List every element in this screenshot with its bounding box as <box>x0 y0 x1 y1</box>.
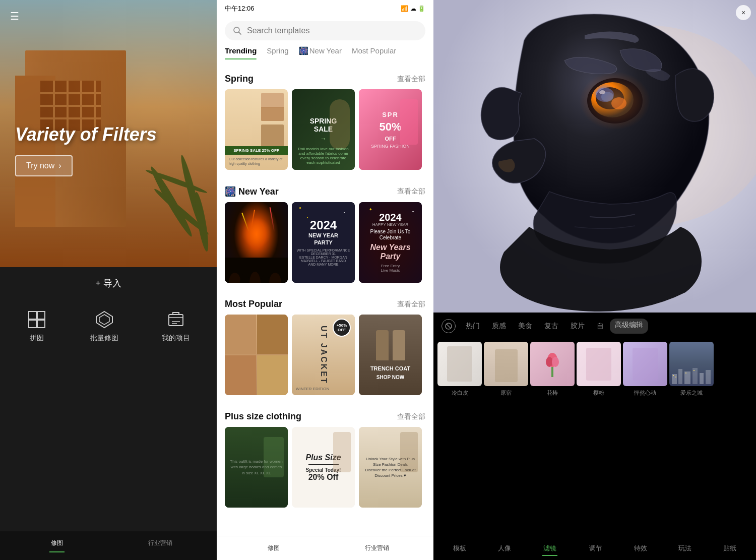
filter-tab-film[interactable]: 胶片 <box>564 319 591 334</box>
marketing-nav-label: 行业营销 <box>148 539 172 547</box>
collage-label: 拼图 <box>30 334 44 343</box>
filter-tab-advanced[interactable]: 高级编辑 <box>610 319 648 334</box>
left-panel: ☰ Variety of Filters Try now › + 导入 拼图 <box>0 0 217 560</box>
hero-title: Variety of Filters <box>15 124 157 145</box>
right-nav-template[interactable]: 模板 <box>453 544 466 556</box>
close-button[interactable]: × <box>736 5 751 20</box>
spring-template-3[interactable]: SPR 50% OFF SPRING FASHION <box>359 89 422 170</box>
spring-templates: SPRING SALE 25% OFF Our collection featu… <box>225 89 425 170</box>
status-bar: 中午12:06 📶 ☁ 🔋 <box>217 0 433 17</box>
filter-none-button[interactable] <box>442 319 456 333</box>
collage-icon <box>27 309 47 330</box>
ps-template-1[interactable]: This outfit is made for women with large… <box>225 427 288 508</box>
mp-template-1[interactable] <box>225 315 288 395</box>
spring-template-1[interactable]: SPRING SALE 25% OFF Our collection featu… <box>225 89 288 170</box>
filter-tab-hot[interactable]: 热门 <box>460 319 486 334</box>
plus-size-more[interactable]: 查看全部 <box>397 412 425 421</box>
right-controls: 热门 质感 美食 复古 胶片 自 高级编辑 <box>433 313 756 560</box>
filter-tab-self[interactable]: 自 <box>591 319 610 334</box>
filter-tab-food[interactable]: 美食 <box>512 319 538 334</box>
most-popular-title: Most Popular <box>225 299 282 309</box>
projects-nav-item[interactable]: 我的项目 <box>162 309 190 343</box>
ny-template-3[interactable]: ✦ ✦ 2024 HAPPY NEW YEAR Please Join Us T… <box>359 202 422 283</box>
filter-cherry-label: 花椿 <box>547 389 558 397</box>
svg-point-44 <box>552 357 559 367</box>
filter-cherry[interactable]: 花椿 <box>530 342 575 397</box>
search-icon <box>233 26 242 35</box>
tab-new-year[interactable]: 🎆New Year <box>299 46 342 59</box>
svg-point-25 <box>229 273 241 283</box>
filter-cold-white-preview <box>437 342 482 386</box>
status-time: 中午12:06 <box>225 4 255 13</box>
ny-template-2[interactable]: 2024 NEW YEAR PARTY WITH SPECIAL PERFORM… <box>292 202 355 283</box>
svg-rect-46 <box>672 374 677 384</box>
spring-template-2[interactable]: SPRINGSALE → Roll models love our fashio… <box>292 89 355 170</box>
collage-nav-item[interactable]: 拼图 <box>27 309 47 343</box>
filter-thumbnails-row: 冷白皮 原宿 <box>433 338 756 401</box>
bottom-nav-marketing[interactable]: 行业营销 <box>108 539 212 552</box>
edit-nav-label: 修图 <box>51 539 63 547</box>
filter-cherry-powder-label: 樱粉 <box>593 389 604 397</box>
svg-rect-48 <box>684 371 690 384</box>
svg-line-24 <box>239 32 241 35</box>
import-button[interactable]: + 导入 <box>0 267 217 299</box>
projects-label: 我的项目 <box>162 334 190 343</box>
ps-template-2[interactable]: Plus Size Special Today! 20% Off <box>292 427 355 508</box>
mp-template-3[interactable]: TRENCH COAT SHOP NOW <box>359 315 422 395</box>
middle-edit-nav[interactable]: 修图 <box>222 544 325 552</box>
try-now-button[interactable]: Try now › <box>15 155 73 176</box>
template-scroll[interactable]: Spring 查看全部 SPRING SALE 25% OFF Our coll… <box>217 66 433 536</box>
menu-icon[interactable]: ☰ <box>10 10 19 22</box>
svg-point-28 <box>261 275 270 283</box>
filter-natural-label: 怦然心动 <box>634 389 656 397</box>
plus-size-section-header: Plus size clothing 查看全部 <box>225 403 425 427</box>
search-wrapper[interactable] <box>225 21 425 40</box>
svg-rect-17 <box>37 312 45 319</box>
filter-cherry-powder[interactable]: 樱粉 <box>577 342 621 397</box>
right-nav-play[interactable]: 玩法 <box>678 544 691 556</box>
middle-marketing-nav[interactable]: 行业营销 <box>325 544 428 552</box>
svg-rect-54 <box>685 372 686 374</box>
mp-template-2[interactable]: +50% OFF UT JACKET WINTER EDITION <box>292 315 355 395</box>
plus-size-templates: This outfit is made for women with large… <box>225 427 425 508</box>
left-bottom-nav: 修图 行业营销 <box>0 531 217 560</box>
tab-spring[interactable]: Spring <box>267 46 288 59</box>
new-year-title: 🎆 New Year <box>225 186 279 197</box>
right-nav-sticker[interactable]: 贴纸 <box>723 544 736 556</box>
search-input[interactable] <box>247 26 417 35</box>
filter-cold-white[interactable]: 冷白皮 <box>437 342 482 397</box>
nav-icons-row: 拼图 批量修图 我的项目 <box>0 299 217 353</box>
svg-rect-45 <box>551 367 553 377</box>
tab-trending[interactable]: Trending <box>225 46 257 59</box>
svg-point-39 <box>580 72 650 130</box>
filter-tab-texture[interactable]: 质感 <box>486 319 512 334</box>
projects-icon <box>166 309 186 330</box>
svg-rect-53 <box>675 377 676 378</box>
bottom-nav-edit[interactable]: 修图 <box>5 539 108 552</box>
filter-tabs-row: 热门 质感 美食 复古 胶片 自 高级编辑 <box>433 313 756 338</box>
spring-more[interactable]: 查看全部 <box>397 75 425 84</box>
right-image-area: × <box>433 0 756 313</box>
right-nav-adjust[interactable]: 调节 <box>589 544 602 556</box>
right-nav-portrait[interactable]: 人像 <box>498 544 511 556</box>
most-popular-more[interactable]: 查看全部 <box>397 300 425 309</box>
new-year-more[interactable]: 查看全部 <box>397 187 425 196</box>
svg-rect-19 <box>37 320 45 328</box>
filter-natural[interactable]: 怦然心动 <box>623 342 667 397</box>
tab-most-popular[interactable]: Most Popular <box>352 46 396 59</box>
filter-original-label: 原宿 <box>500 389 512 397</box>
no-filter-icon <box>445 322 453 330</box>
right-nav-effects[interactable]: 特效 <box>634 544 647 556</box>
filter-active-indicator <box>542 555 557 556</box>
spring-title: Spring <box>225 74 254 84</box>
ps-template-3[interactable]: Unlock Your Style with Plus Size Fashion… <box>359 427 422 508</box>
filter-original[interactable]: 原宿 <box>484 342 528 397</box>
tabs-row: Trending Spring 🎆New Year Most Popular <box>217 46 433 66</box>
filter-tab-vintage[interactable]: 复古 <box>538 319 564 334</box>
filter-city[interactable]: 爱乐之城 <box>669 342 714 397</box>
right-nav-filter[interactable]: 滤镜 <box>542 544 557 556</box>
svg-rect-47 <box>678 369 682 384</box>
batch-nav-item[interactable]: 批量修图 <box>90 309 118 343</box>
svg-rect-51 <box>706 370 711 384</box>
ny-template-1[interactable] <box>225 202 288 283</box>
